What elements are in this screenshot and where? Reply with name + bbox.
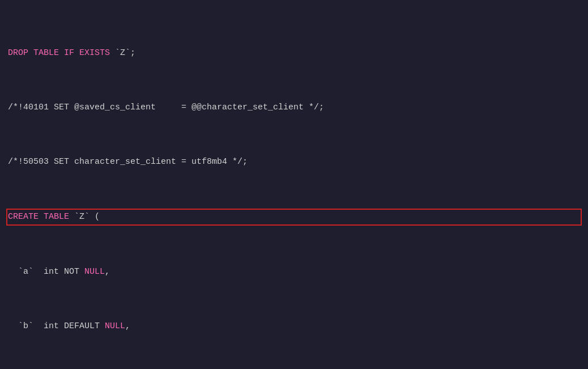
line-6: `b` int DEFAULT NULL, (8, 320, 580, 333)
line-4: CREATE TABLE `Z` ( (8, 210, 580, 224)
line-3: /*!50503 SET character_set_client = utf8… (8, 155, 580, 169)
line-1: DROP TABLE IF EXISTS `Z`; (8, 46, 580, 60)
code-editor: DROP TABLE IF EXISTS `Z`; /*!40101 SET @… (0, 0, 588, 369)
line-2: /*!40101 SET @saved_cs_client = @@charac… (8, 101, 580, 114)
line-5: `a` int NOT NULL, (8, 265, 580, 279)
